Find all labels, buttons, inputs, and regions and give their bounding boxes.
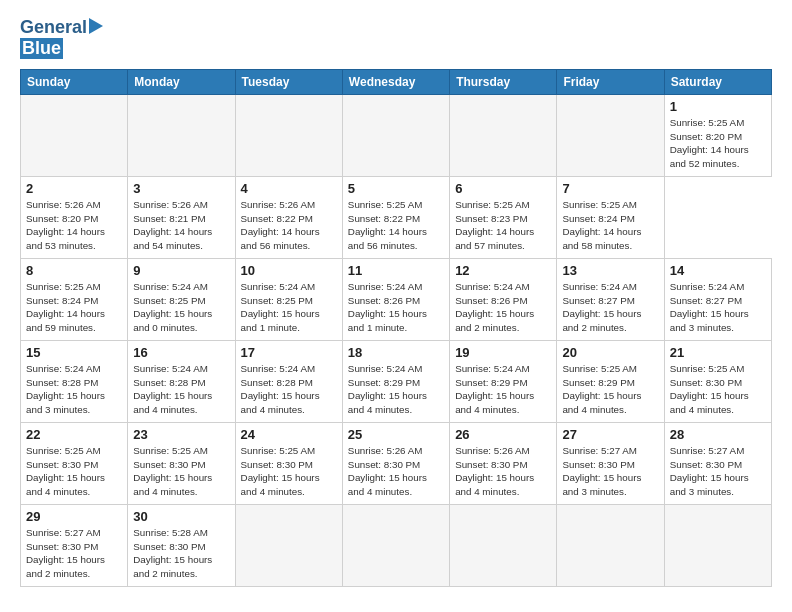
logo-text-general: General: [20, 18, 87, 38]
day-info: Sunrise: 5:24 AMSunset: 8:28 PMDaylight:…: [26, 362, 122, 417]
calendar-cell-day-27: 27Sunrise: 5:27 AMSunset: 8:30 PMDayligh…: [557, 422, 664, 504]
calendar-cell-day-6: 6Sunrise: 5:25 AMSunset: 8:23 PMDaylight…: [450, 176, 557, 258]
day-number: 22: [26, 427, 122, 442]
day-info: Sunrise: 5:25 AMSunset: 8:23 PMDaylight:…: [455, 198, 551, 253]
calendar: SundayMondayTuesdayWednesdayThursdayFrid…: [20, 69, 772, 587]
day-info: Sunrise: 5:25 AMSunset: 8:24 PMDaylight:…: [562, 198, 658, 253]
calendar-cell-day-5: 5Sunrise: 5:25 AMSunset: 8:22 PMDaylight…: [342, 176, 449, 258]
day-number: 4: [241, 181, 337, 196]
logo-text-blue: Blue: [20, 38, 63, 59]
calendar-cell-day-29: 29Sunrise: 5:27 AMSunset: 8:30 PMDayligh…: [21, 504, 128, 586]
calendar-cell-day-21: 21Sunrise: 5:25 AMSunset: 8:30 PMDayligh…: [664, 340, 771, 422]
calendar-cell-day-8: 8Sunrise: 5:25 AMSunset: 8:24 PMDaylight…: [21, 258, 128, 340]
calendar-header-sunday: Sunday: [21, 69, 128, 94]
calendar-week-1: 2Sunrise: 5:26 AMSunset: 8:20 PMDaylight…: [21, 176, 772, 258]
day-info: Sunrise: 5:26 AMSunset: 8:22 PMDaylight:…: [241, 198, 337, 253]
day-info: Sunrise: 5:25 AMSunset: 8:24 PMDaylight:…: [26, 280, 122, 335]
calendar-cell-empty: [557, 94, 664, 176]
calendar-cell-day-10: 10Sunrise: 5:24 AMSunset: 8:25 PMDayligh…: [235, 258, 342, 340]
day-number: 30: [133, 509, 229, 524]
calendar-cell-day-12: 12Sunrise: 5:24 AMSunset: 8:26 PMDayligh…: [450, 258, 557, 340]
day-number: 15: [26, 345, 122, 360]
day-info: Sunrise: 5:25 AMSunset: 8:30 PMDaylight:…: [133, 444, 229, 499]
day-number: 20: [562, 345, 658, 360]
calendar-cell-day-22: 22Sunrise: 5:25 AMSunset: 8:30 PMDayligh…: [21, 422, 128, 504]
calendar-cell-day-20: 20Sunrise: 5:25 AMSunset: 8:29 PMDayligh…: [557, 340, 664, 422]
day-number: 10: [241, 263, 337, 278]
day-number: 27: [562, 427, 658, 442]
day-info: Sunrise: 5:24 AMSunset: 8:29 PMDaylight:…: [348, 362, 444, 417]
day-info: Sunrise: 5:24 AMSunset: 8:25 PMDaylight:…: [133, 280, 229, 335]
day-info: Sunrise: 5:24 AMSunset: 8:27 PMDaylight:…: [670, 280, 766, 335]
day-info: Sunrise: 5:26 AMSunset: 8:21 PMDaylight:…: [133, 198, 229, 253]
day-info: Sunrise: 5:24 AMSunset: 8:28 PMDaylight:…: [133, 362, 229, 417]
day-number: 21: [670, 345, 766, 360]
day-info: Sunrise: 5:25 AMSunset: 8:30 PMDaylight:…: [26, 444, 122, 499]
day-info: Sunrise: 5:24 AMSunset: 8:29 PMDaylight:…: [455, 362, 551, 417]
day-number: 24: [241, 427, 337, 442]
day-info: Sunrise: 5:27 AMSunset: 8:30 PMDaylight:…: [670, 444, 766, 499]
calendar-header-saturday: Saturday: [664, 69, 771, 94]
calendar-cell-day-28: 28Sunrise: 5:27 AMSunset: 8:30 PMDayligh…: [664, 422, 771, 504]
day-number: 13: [562, 263, 658, 278]
calendar-cell-empty: [128, 94, 235, 176]
calendar-cell-day-7: 7Sunrise: 5:25 AMSunset: 8:24 PMDaylight…: [557, 176, 664, 258]
calendar-cell-day-15: 15Sunrise: 5:24 AMSunset: 8:28 PMDayligh…: [21, 340, 128, 422]
calendar-cell-day-13: 13Sunrise: 5:24 AMSunset: 8:27 PMDayligh…: [557, 258, 664, 340]
calendar-cell-day-1: 1Sunrise: 5:25 AMSunset: 8:20 PMDaylight…: [664, 94, 771, 176]
calendar-cell-day-9: 9Sunrise: 5:24 AMSunset: 8:25 PMDaylight…: [128, 258, 235, 340]
day-number: 2: [26, 181, 122, 196]
header: General Blue: [20, 18, 772, 59]
calendar-cell-day-11: 11Sunrise: 5:24 AMSunset: 8:26 PMDayligh…: [342, 258, 449, 340]
calendar-header-friday: Friday: [557, 69, 664, 94]
calendar-cell-day-3: 3Sunrise: 5:26 AMSunset: 8:21 PMDaylight…: [128, 176, 235, 258]
day-info: Sunrise: 5:26 AMSunset: 8:30 PMDaylight:…: [348, 444, 444, 499]
day-number: 18: [348, 345, 444, 360]
page: General Blue SundayMondayTuesdayWednesda…: [0, 0, 792, 612]
day-number: 5: [348, 181, 444, 196]
calendar-cell-day-17: 17Sunrise: 5:24 AMSunset: 8:28 PMDayligh…: [235, 340, 342, 422]
day-number: 11: [348, 263, 444, 278]
calendar-cell-empty: [342, 94, 449, 176]
calendar-cell-empty: [21, 94, 128, 176]
calendar-cell-day-19: 19Sunrise: 5:24 AMSunset: 8:29 PMDayligh…: [450, 340, 557, 422]
calendar-cell-empty: [235, 504, 342, 586]
day-number: 29: [26, 509, 122, 524]
day-info: Sunrise: 5:25 AMSunset: 8:30 PMDaylight:…: [241, 444, 337, 499]
calendar-cell-empty: [235, 94, 342, 176]
logo: General Blue: [20, 18, 103, 59]
day-number: 12: [455, 263, 551, 278]
calendar-cell-day-24: 24Sunrise: 5:25 AMSunset: 8:30 PMDayligh…: [235, 422, 342, 504]
calendar-cell-day-14: 14Sunrise: 5:24 AMSunset: 8:27 PMDayligh…: [664, 258, 771, 340]
calendar-cell-day-25: 25Sunrise: 5:26 AMSunset: 8:30 PMDayligh…: [342, 422, 449, 504]
calendar-header-tuesday: Tuesday: [235, 69, 342, 94]
day-number: 23: [133, 427, 229, 442]
day-number: 28: [670, 427, 766, 442]
calendar-cell-day-26: 26Sunrise: 5:26 AMSunset: 8:30 PMDayligh…: [450, 422, 557, 504]
day-info: Sunrise: 5:24 AMSunset: 8:26 PMDaylight:…: [455, 280, 551, 335]
day-info: Sunrise: 5:24 AMSunset: 8:25 PMDaylight:…: [241, 280, 337, 335]
calendar-cell-empty: [450, 94, 557, 176]
logo-arrow-icon: [89, 18, 103, 34]
day-info: Sunrise: 5:25 AMSunset: 8:22 PMDaylight:…: [348, 198, 444, 253]
calendar-week-4: 22Sunrise: 5:25 AMSunset: 8:30 PMDayligh…: [21, 422, 772, 504]
calendar-cell-day-4: 4Sunrise: 5:26 AMSunset: 8:22 PMDaylight…: [235, 176, 342, 258]
calendar-cell-empty: [557, 504, 664, 586]
day-info: Sunrise: 5:25 AMSunset: 8:20 PMDaylight:…: [670, 116, 766, 171]
day-info: Sunrise: 5:24 AMSunset: 8:28 PMDaylight:…: [241, 362, 337, 417]
calendar-cell-empty: [450, 504, 557, 586]
day-number: 25: [348, 427, 444, 442]
calendar-header-row: SundayMondayTuesdayWednesdayThursdayFrid…: [21, 69, 772, 94]
day-info: Sunrise: 5:25 AMSunset: 8:29 PMDaylight:…: [562, 362, 658, 417]
calendar-cell-day-30: 30Sunrise: 5:28 AMSunset: 8:30 PMDayligh…: [128, 504, 235, 586]
day-info: Sunrise: 5:24 AMSunset: 8:26 PMDaylight:…: [348, 280, 444, 335]
calendar-week-3: 15Sunrise: 5:24 AMSunset: 8:28 PMDayligh…: [21, 340, 772, 422]
day-number: 17: [241, 345, 337, 360]
day-number: 19: [455, 345, 551, 360]
day-info: Sunrise: 5:27 AMSunset: 8:30 PMDaylight:…: [562, 444, 658, 499]
day-number: 7: [562, 181, 658, 196]
calendar-cell-empty: [342, 504, 449, 586]
day-number: 3: [133, 181, 229, 196]
calendar-cell-day-16: 16Sunrise: 5:24 AMSunset: 8:28 PMDayligh…: [128, 340, 235, 422]
day-number: 8: [26, 263, 122, 278]
